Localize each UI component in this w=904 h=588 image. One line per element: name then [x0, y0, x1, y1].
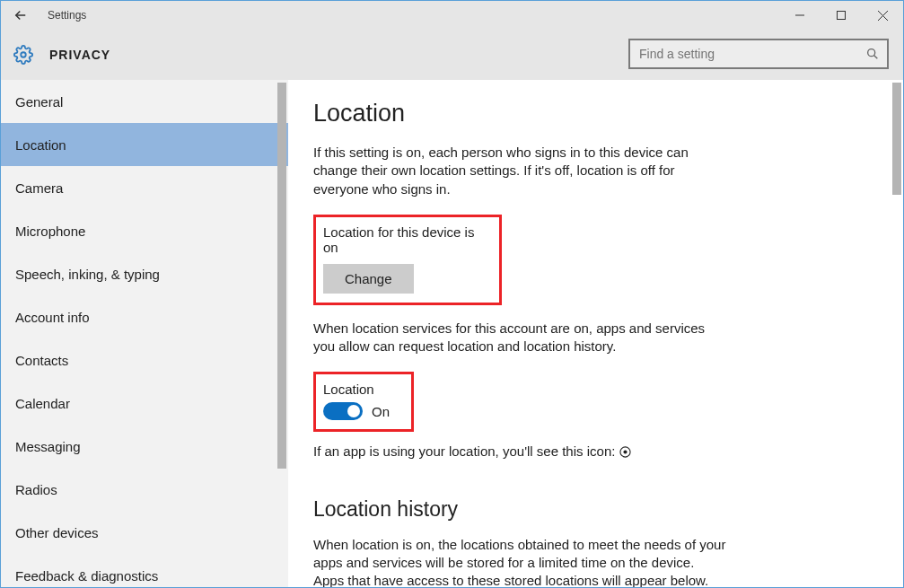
sidebar-item-label: Calendar — [15, 396, 70, 411]
sidebar-item-messaging[interactable]: Messaging — [1, 425, 288, 468]
highlight-device-location: Location for this device is on Change — [313, 215, 502, 305]
sidebar-item-camera[interactable]: Camera — [1, 166, 288, 209]
sidebar-item-label: General — [15, 94, 63, 110]
intro-text: If this setting is on, each person who s… — [313, 144, 726, 198]
toggle-knob — [347, 405, 360, 417]
page-heading: Location — [313, 100, 845, 127]
sidebar-item-label: Contacts — [15, 353, 68, 368]
sidebar-item-label: Account info — [15, 310, 90, 325]
content-scrollbar[interactable] — [891, 83, 903, 584]
content-scrollbar-thumb[interactable] — [892, 83, 901, 195]
sidebar: General Location Camera Microphone Speec… — [1, 80, 288, 587]
header: PRIVACY — [1, 30, 903, 80]
arrow-left-icon — [13, 7, 29, 23]
content-inner: Location If this setting is on, each per… — [288, 80, 863, 587]
svg-point-8 — [623, 451, 627, 454]
svg-line-6 — [874, 56, 878, 59]
sidebar-item-contacts[interactable]: Contacts — [1, 338, 288, 382]
location-toggle[interactable] — [323, 402, 363, 420]
toggle-row: On — [323, 402, 402, 420]
change-button[interactable]: Change — [323, 264, 414, 294]
titlebar: Settings — [1, 1, 903, 30]
section-title: PRIVACY — [49, 48, 110, 62]
nav-list: General Location Camera Microphone Speec… — [1, 80, 288, 587]
sidebar-item-label: Microphone — [15, 224, 85, 239]
icon-notice: If an app is using your location, you'll… — [313, 443, 726, 461]
sidebar-item-label: Location — [15, 137, 66, 153]
gear-icon — [13, 45, 33, 65]
toggle-title: Location — [323, 382, 402, 397]
history-text: When location is on, the locations obtai… — [313, 536, 726, 588]
body: General Location Camera Microphone Speec… — [1, 80, 903, 587]
sidebar-item-other[interactable]: Other devices — [1, 511, 288, 554]
device-status-label: Location for this device is on — [323, 224, 490, 255]
content-pane: Location If this setting is on, each per… — [288, 80, 903, 587]
back-button[interactable] — [10, 4, 31, 26]
highlight-location-toggle: Location On — [313, 372, 414, 432]
settings-window: Settings PRIVACY General — [0, 0, 904, 588]
toggle-state: On — [372, 404, 390, 419]
sidebar-item-label: Feedback & diagnostics — [15, 568, 158, 584]
sidebar-scrollbar[interactable] — [276, 83, 288, 584]
sidebar-item-label: Messaging — [15, 439, 81, 454]
sidebar-item-radios[interactable]: Radios — [1, 468, 288, 511]
icon-notice-text: If an app is using your location, you'll… — [313, 443, 619, 459]
minimize-button[interactable] — [779, 1, 821, 30]
search-icon — [865, 47, 880, 65]
sidebar-item-calendar[interactable]: Calendar — [1, 382, 288, 425]
svg-point-5 — [868, 49, 875, 57]
sidebar-item-account[interactable]: Account info — [1, 295, 288, 338]
sidebar-item-speech[interactable]: Speech, inking, & typing — [1, 252, 288, 295]
sidebar-item-microphone[interactable]: Microphone — [1, 209, 288, 252]
maximize-button[interactable] — [821, 1, 862, 30]
sidebar-item-label: Radios — [15, 482, 57, 497]
search-box[interactable] — [628, 39, 889, 69]
sidebar-item-label: Speech, inking, & typing — [15, 267, 160, 282]
window-title: Settings — [48, 9, 86, 22]
search-input[interactable] — [639, 47, 860, 61]
close-button[interactable] — [862, 1, 903, 30]
sidebar-scrollbar-thumb[interactable] — [277, 83, 286, 469]
sidebar-item-feedback[interactable]: Feedback & diagnostics — [1, 554, 288, 587]
sidebar-item-label: Other devices — [15, 525, 99, 540]
location-in-use-icon — [619, 443, 631, 459]
sidebar-item-general[interactable]: General — [1, 80, 288, 123]
account-text: When location services for this account … — [313, 320, 726, 356]
maximize-icon — [837, 11, 846, 20]
svg-rect-1 — [838, 12, 846, 20]
svg-point-4 — [21, 52, 26, 57]
minimize-icon — [795, 11, 804, 20]
close-icon — [878, 11, 888, 21]
window-controls — [779, 1, 903, 30]
sidebar-item-location[interactable]: Location — [1, 123, 288, 166]
sidebar-item-label: Camera — [15, 180, 63, 196]
history-heading: Location history — [313, 497, 845, 522]
